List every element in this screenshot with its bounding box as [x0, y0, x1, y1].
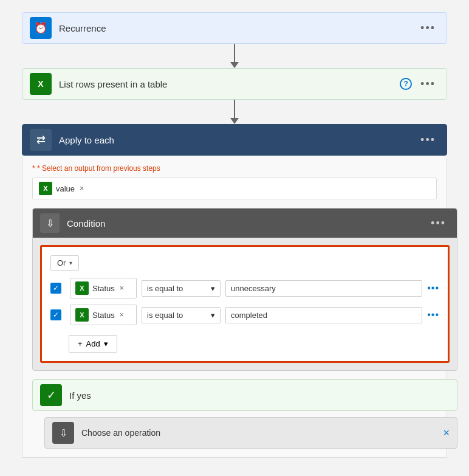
- list-rows-more-button[interactable]: •••: [417, 75, 439, 93]
- recurrence-card: ⏰ Recurrence •••: [22, 12, 447, 44]
- apply-each-actions: •••: [417, 131, 439, 149]
- apply-each-icon: ⇄: [30, 129, 52, 151]
- condition-card: ⇩ Condition ••• Or ▾ ✓ X: [32, 208, 457, 371]
- row1-operator-chevron: ▾: [211, 284, 215, 293]
- row1-operator-text: is equal to: [147, 284, 183, 293]
- row1-field-text: Status: [92, 284, 115, 293]
- arrow-1: [230, 44, 239, 68]
- list-rows-card: X List rows present in a table ? •••: [22, 68, 447, 100]
- recurrence-icon-glyph: ⏰: [34, 21, 47, 35]
- row1-value-text: unnecessary: [231, 284, 276, 293]
- add-label: Add: [86, 339, 100, 348]
- recurrence-actions: •••: [417, 19, 439, 37]
- choose-op-icon-glyph: ⇩: [60, 427, 67, 439]
- value-chip-text: value: [56, 184, 75, 193]
- excel-icon: X: [30, 73, 52, 95]
- row2-operator-text: is equal to: [147, 311, 183, 320]
- if-yes-card: ✓ If yes: [32, 379, 457, 411]
- row2-value-text: completed: [231, 311, 267, 320]
- condition-body: Or ▾ ✓ X Status × is equal to ▾: [40, 245, 450, 363]
- condition-icon: ⇩: [40, 213, 60, 233]
- recurrence-title: Recurrence: [59, 23, 417, 33]
- row2-field[interactable]: X Status ×: [70, 305, 137, 325]
- excel-icon-glyph: X: [38, 79, 43, 89]
- condition-title: Condition: [67, 218, 427, 229]
- row1-field-remove[interactable]: ×: [120, 284, 124, 292]
- arrow-2-head: [230, 118, 239, 124]
- row1-value[interactable]: unnecessary: [225, 280, 422, 297]
- or-label: Or: [57, 258, 66, 267]
- row2-excel-icon: X: [75, 308, 89, 322]
- row2-checkbox[interactable]: ✓: [50, 309, 61, 320]
- add-chevron-icon: ▾: [104, 339, 108, 348]
- condition-icon-glyph: ⇩: [46, 218, 54, 229]
- apply-each-content: * * Select an output from previous steps…: [22, 156, 447, 458]
- list-rows-title: List rows present in a table: [59, 79, 400, 89]
- row1-excel-icon: X: [75, 281, 89, 295]
- apply-each-more-button[interactable]: •••: [417, 131, 439, 149]
- row1-more-button[interactable]: •••: [427, 283, 439, 294]
- row2-operator-chevron: ▾: [211, 311, 215, 320]
- or-dropdown[interactable]: Or ▾: [50, 255, 79, 271]
- list-rows-actions: ? •••: [400, 75, 439, 93]
- value-chip-row[interactable]: X value ×: [32, 178, 437, 199]
- row1-checkbox[interactable]: ✓: [50, 283, 61, 294]
- required-star: *: [32, 164, 37, 173]
- arrow-2: [230, 100, 239, 124]
- recurrence-more-button[interactable]: •••: [417, 19, 439, 37]
- apply-each-card: ⇄ Apply to each •••: [22, 124, 447, 156]
- arrow-1-head: [230, 62, 239, 68]
- row2-more-button[interactable]: •••: [427, 309, 439, 320]
- value-excel-icon: X: [39, 182, 52, 195]
- condition-row-1: ✓ X Status × is equal to ▾ unnecessary •…: [50, 278, 439, 298]
- row2-field-remove[interactable]: ×: [120, 311, 124, 319]
- flow-container: ⏰ Recurrence ••• X List rows present in …: [12, 12, 457, 458]
- recurrence-icon: ⏰: [30, 17, 52, 39]
- help-icon[interactable]: ?: [400, 78, 412, 90]
- apply-each-title: Apply to each: [59, 135, 417, 145]
- apply-each-icon-glyph: ⇄: [36, 133, 46, 147]
- if-yes-title: If yes: [69, 390, 450, 401]
- choose-op-icon: ⇩: [52, 422, 74, 444]
- row2-field-text: Status: [92, 311, 115, 320]
- add-icon: +: [78, 339, 83, 348]
- choose-op-close-button[interactable]: ×: [443, 427, 450, 440]
- add-button[interactable]: + Add ▾: [69, 335, 117, 353]
- value-chip-remove[interactable]: ×: [80, 184, 84, 193]
- row1-field[interactable]: X Status ×: [70, 278, 137, 298]
- condition-more-button[interactable]: •••: [427, 215, 450, 232]
- condition-header: ⇩ Condition •••: [33, 209, 457, 238]
- choose-op-section: ⇩ Choose an operation ×: [44, 417, 457, 449]
- or-chevron-icon: ▾: [69, 260, 72, 266]
- arrow-1-line: [234, 44, 235, 62]
- arrow-2-line: [234, 100, 235, 118]
- choose-op-title: Choose an operation: [81, 428, 160, 438]
- if-yes-icon: ✓: [40, 384, 62, 406]
- row2-value[interactable]: completed: [225, 307, 422, 323]
- condition-row-2: ✓ X Status × is equal to ▾ completed •••: [50, 305, 439, 325]
- select-label: * * Select an output from previous steps: [32, 164, 437, 173]
- row2-operator[interactable]: is equal to ▾: [142, 307, 221, 323]
- row1-operator[interactable]: is equal to ▾: [142, 280, 221, 297]
